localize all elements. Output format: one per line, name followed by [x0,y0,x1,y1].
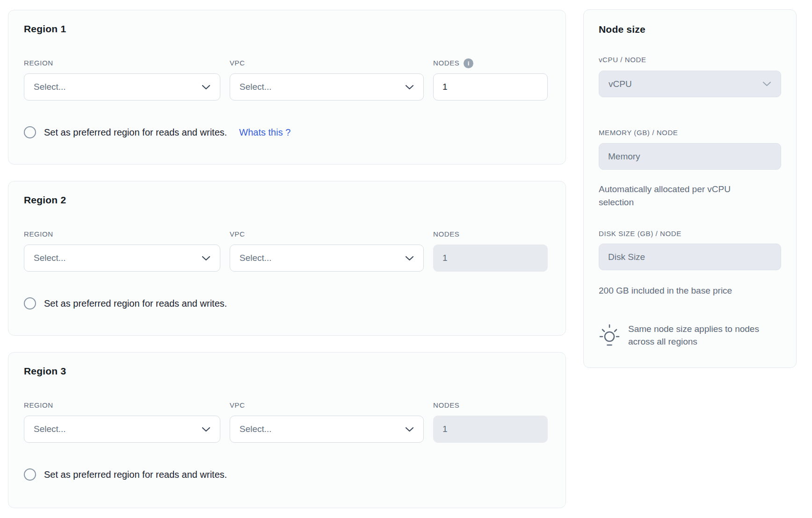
region-field: REGION Select... [24,230,220,272]
chevron-down-icon [202,427,210,432]
region-select-placeholder: Select... [34,82,66,92]
region-select-placeholder: Select... [34,253,66,263]
preferred-region-label: Set as preferred region for reads and wr… [44,126,227,139]
disk-size-input [599,244,781,270]
region-3-fields: REGION Select... VPC Select... NODES [24,401,547,443]
preferred-region-radio[interactable] [24,297,36,309]
nodes-field: NODES i [433,59,548,101]
lightbulb-icon [599,324,620,348]
node-size-note: Same node size applies to nodes across a… [599,323,781,348]
region-1-card: Region 1 REGION Select... VPC Select... … [8,10,566,165]
vpc-label: VPC [230,401,424,410]
memory-helper-text: Automatically allocated per vCPU selecti… [599,183,760,209]
region-2-fields: REGION Select... VPC Select... NODES [24,230,547,272]
memory-label: MEMORY (GB) / NODE [599,129,781,137]
region-label: REGION [24,230,220,238]
preferred-region-row: Set as preferred region for reads and wr… [24,126,547,139]
region-select[interactable]: Select... [24,245,220,272]
region-2-card: Region 2 REGION Select... VPC Select... … [8,181,566,336]
nodes-label: NODES [433,401,548,410]
memory-input [599,143,781,170]
region-label: REGION [24,59,220,67]
vcpu-label: vCPU / NODE [599,56,781,64]
nodes-input-disabled [433,245,548,272]
vpc-select-placeholder: Select... [239,424,272,434]
nodes-input-disabled [433,416,548,443]
vcpu-select-placeholder: vCPU [609,79,632,89]
region-select-placeholder: Select... [34,424,66,434]
vpc-label: VPC [230,59,424,67]
region-field: REGION Select... [24,401,220,443]
node-size-title: Node size [599,23,781,36]
disk-size-label: DISK SIZE (GB) / NODE [599,230,781,238]
region-2-title: Region 2 [24,194,547,206]
vcpu-select[interactable]: vCPU [599,71,781,97]
whats-this-link[interactable]: Whats this ? [239,127,290,138]
vpc-select[interactable]: Select... [230,416,424,443]
preferred-region-label: Set as preferred region for reads and wr… [44,297,227,310]
region-1-title: Region 1 [24,22,547,35]
region-label: REGION [24,401,220,410]
nodes-field: NODES [433,401,548,443]
preferred-region-row: Set as preferred region for reads and wr… [24,468,547,481]
chevron-down-icon [405,256,414,261]
region-1-fields: REGION Select... VPC Select... NODES i [24,59,547,101]
nodes-label-text: NODES [433,59,459,67]
nodes-input[interactable] [433,73,548,101]
region-select[interactable]: Select... [24,73,220,101]
nodes-field: NODES [433,230,548,272]
nodes-label: NODES i [433,59,548,67]
region-3-title: Region 3 [24,365,547,377]
info-icon[interactable]: i [464,58,473,68]
disk-helper-text: 200 GB included in the base price [599,284,781,297]
chevron-down-icon [202,256,210,261]
chevron-down-icon [762,81,771,86]
preferred-region-label: Set as preferred region for reads and wr… [44,468,227,481]
chevron-down-icon [202,85,210,90]
region-field: REGION Select... [24,59,220,101]
region-select[interactable]: Select... [24,416,220,443]
vpc-select[interactable]: Select... [230,73,424,101]
preferred-region-radio[interactable] [24,126,36,138]
vpc-select[interactable]: Select... [230,245,424,272]
nodes-label: NODES [433,230,548,238]
vpc-select-placeholder: Select... [239,253,272,263]
vpc-field: VPC Select... [230,401,424,443]
preferred-region-row: Set as preferred region for reads and wr… [24,297,547,310]
chevron-down-icon [405,427,414,432]
vpc-label: VPC [230,230,424,238]
chevron-down-icon [405,85,414,90]
node-size-panel: Node size vCPU / NODE vCPU MEMORY (GB) /… [583,9,797,368]
preferred-region-radio[interactable] [24,468,36,481]
vpc-field: VPC Select... [230,59,424,101]
node-size-note-text: Same node size applies to nodes across a… [628,323,764,348]
vpc-select-placeholder: Select... [239,82,272,92]
vpc-field: VPC Select... [230,230,424,272]
region-3-card: Region 3 REGION Select... VPC Select... … [8,352,566,508]
